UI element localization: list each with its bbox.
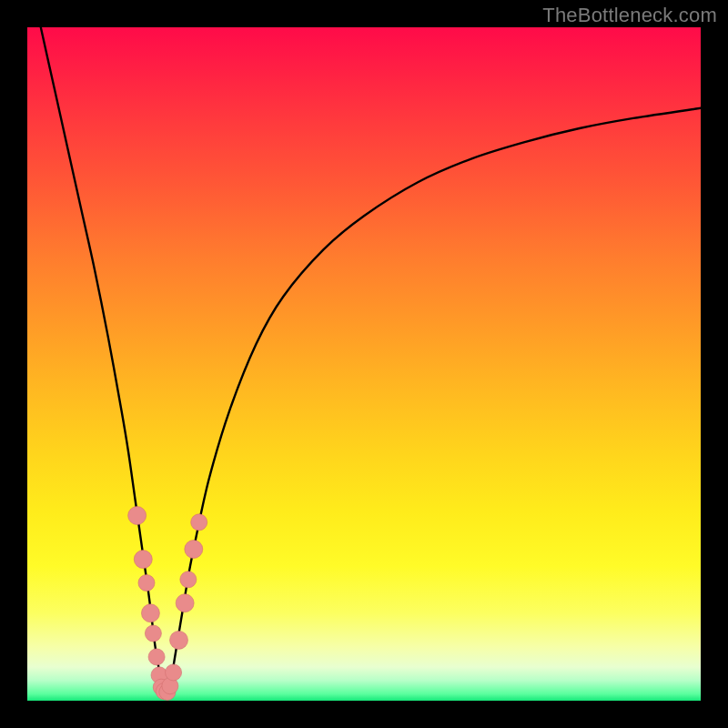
data-marker <box>176 594 194 612</box>
data-marker <box>141 604 159 622</box>
chart-frame: TheBottleneck.com <box>0 0 728 728</box>
data-marker <box>128 507 147 525</box>
data-marker <box>138 574 155 591</box>
data-marker <box>148 649 165 665</box>
data-marker <box>166 664 182 681</box>
watermark-text: TheBottleneck.com <box>542 4 717 27</box>
bottleneck-curve <box>41 27 701 693</box>
curve-layer <box>27 27 701 701</box>
data-marker <box>185 541 203 559</box>
plot-area <box>27 27 701 701</box>
data-marker <box>145 625 161 642</box>
data-marker <box>180 571 197 588</box>
data-marker <box>170 631 188 649</box>
data-marker <box>134 551 152 569</box>
data-marker <box>191 514 207 531</box>
